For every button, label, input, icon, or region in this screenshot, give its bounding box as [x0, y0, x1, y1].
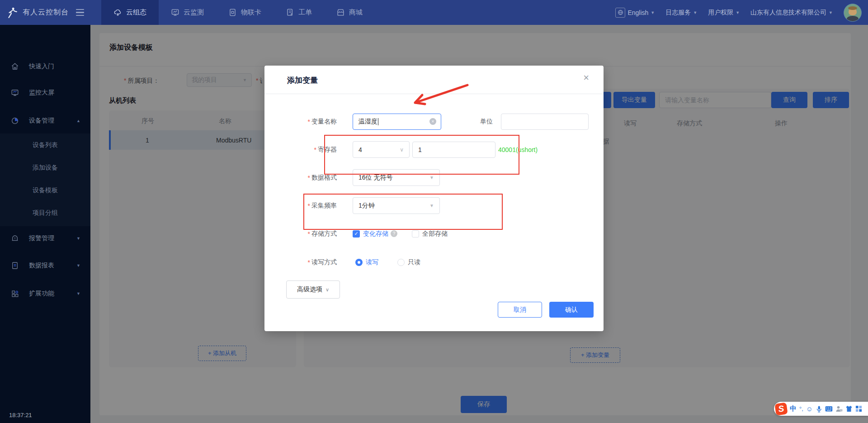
sidebar-item-extensions[interactable]: 扩展功能 ▼ — [0, 284, 90, 304]
tab-mall[interactable]: 商城 — [324, 0, 375, 25]
device-management-submenu: 设备列表 添加设备 设备模板 项目分组 — [0, 133, 90, 226]
tab-label: 工单 — [298, 8, 312, 17]
chevron-down-icon: ▼ — [693, 10, 697, 15]
pie-chart-icon — [11, 117, 19, 125]
sidebar: 快速入门 监控大屏 设备管理 ▲ 设备列表 添加设备 设备模板 项目分组 报警管… — [0, 25, 90, 423]
sidebar-item-project-group[interactable]: 项目分组 — [0, 204, 90, 222]
report-icon — [11, 261, 19, 270]
tab-label: 商城 — [349, 8, 363, 17]
keyboard-icon[interactable] — [825, 406, 833, 412]
all-storage-option-label[interactable]: 全部存储 — [422, 230, 448, 238]
data-format-label: *数据格式 — [264, 174, 337, 182]
tab-work-order[interactable]: 工单 — [274, 0, 324, 25]
chevron-down-icon: ▼ — [76, 291, 80, 296]
confirm-button[interactable]: 确认 — [549, 302, 594, 318]
tab-label: 云监测 — [184, 8, 204, 17]
unit-label: 单位 — [477, 118, 493, 126]
input-method-toolbar: S 中 °, ☺ — [774, 402, 868, 416]
dialog-title: 添加变量 — [287, 75, 318, 86]
log-service-menu[interactable]: 日志服务 ▼ — [665, 9, 697, 17]
variable-name-label: *变量名称 — [264, 118, 337, 126]
sidebar-item-data-report[interactable]: 数据报表 ▼ — [0, 256, 90, 276]
read-only-radio[interactable] — [397, 259, 405, 266]
grid-icon — [11, 290, 19, 298]
close-icon[interactable]: × — [583, 72, 589, 84]
sidebar-item-alarm-management[interactable]: 报警管理 ▼ — [0, 228, 90, 248]
chevron-down-icon: ▼ — [429, 175, 434, 180]
emoji-icon[interactable]: ☺ — [806, 405, 813, 413]
chinese-mode-icon[interactable]: 中 — [790, 404, 797, 413]
alarm-icon — [11, 234, 19, 242]
navbar-right: English ▼ 日志服务 ▼ 用户权限 ▼ 山东有人信息技术有限公司 ▼ — [615, 0, 862, 25]
annotation-arrow — [406, 72, 478, 113]
chevron-down-icon: ▼ — [736, 10, 740, 15]
read-only-option-label[interactable]: 只读 — [408, 258, 420, 266]
sogou-logo-icon[interactable]: S — [774, 402, 788, 415]
app-root: 添加设备模板 *所属项目： 我的项目 ▼ *设 从机列表 序号 名称 1 Mod… — [0, 0, 868, 423]
user-settings-icon[interactable] — [835, 405, 843, 412]
clock-time: 18:37:21 — [9, 412, 32, 418]
variable-name-input[interactable]: 温湿度 × — [353, 114, 441, 130]
microphone-icon[interactable] — [816, 405, 822, 413]
brand[interactable]: 有人云控制台 — [0, 0, 96, 25]
menu-toggle-icon[interactable] — [76, 9, 84, 16]
tab-label: 物联卡 — [241, 8, 261, 17]
rw-mode-label: *读写方式 — [264, 258, 337, 266]
all-storage-checkbox[interactable] — [412, 230, 419, 238]
sidebar-item-device-management[interactable]: 设备管理 ▲ — [0, 111, 90, 131]
globe-icon — [615, 8, 625, 18]
read-write-option-label[interactable]: 读写 — [366, 258, 378, 266]
clear-input-icon[interactable]: × — [429, 118, 436, 125]
sidebar-item-quickstart[interactable]: 快速入门 — [0, 57, 90, 76]
tab-label: 云组态 — [126, 8, 146, 17]
sim-card-icon — [228, 8, 237, 17]
chevron-down-icon: ▼ — [76, 236, 80, 241]
work-order-icon — [286, 8, 294, 17]
cancel-button[interactable]: 取消 — [498, 302, 542, 318]
brand-title: 有人云控制台 — [23, 8, 69, 17]
tab-cloud-scada[interactable]: 云组态 — [101, 0, 159, 25]
user-avatar[interactable] — [844, 4, 862, 22]
punctuation-icon[interactable]: °, — [799, 405, 803, 412]
sidebar-item-bigscreen[interactable]: 监控大屏 — [0, 83, 90, 103]
text-caret — [378, 118, 378, 125]
chevron-down-icon: ▼ — [651, 10, 655, 15]
read-write-radio[interactable] — [355, 259, 363, 266]
chevron-down-icon: ▼ — [829, 10, 833, 15]
advanced-options-button[interactable]: 高级选项 ∨ — [286, 280, 340, 299]
help-icon[interactable]: ? — [391, 230, 397, 237]
tab-cloud-monitor[interactable]: 云监测 — [159, 0, 216, 25]
screen-icon — [11, 89, 19, 97]
sidebar-item-device-list[interactable]: 设备列表 — [0, 136, 90, 154]
user-permission-menu[interactable]: 用户权限 ▼ — [708, 9, 740, 17]
unit-input[interactable] — [501, 114, 589, 130]
tab-iot-card[interactable]: 物联卡 — [216, 0, 274, 25]
annotation-rect-register — [324, 135, 519, 175]
annotation-rect-frequency — [303, 194, 503, 230]
sidebar-item-device-template[interactable]: 设备模板 — [0, 181, 90, 200]
storage-mode-label: *存储方式 — [264, 230, 337, 238]
chevron-up-icon: ▲ — [76, 119, 80, 123]
nav-tabs: 云组态 云监测 物联卡 — [101, 0, 375, 25]
language-select[interactable]: English ▼ — [615, 8, 655, 18]
toolbox-grid-icon[interactable] — [855, 405, 862, 412]
monitor-chart-icon — [171, 8, 179, 17]
chevron-down-icon: ▼ — [76, 263, 80, 268]
language-label: English — [627, 9, 648, 16]
top-navbar: 有人云控制台 云组态 云监测 — [0, 0, 868, 25]
change-storage-checkbox[interactable]: ✓ — [353, 230, 360, 238]
storefront-icon — [336, 8, 345, 17]
company-menu[interactable]: 山东有人信息技术有限公司 ▼ — [750, 9, 833, 17]
chevron-down-icon: ∨ — [326, 287, 329, 293]
sidebar-item-add-device[interactable]: 添加设备 — [0, 159, 90, 177]
skin-icon[interactable] — [845, 405, 853, 412]
usr-logo-icon — [6, 7, 18, 19]
home-icon — [11, 62, 19, 71]
change-storage-option-label[interactable]: 变化存储 — [363, 230, 388, 238]
cloud-icon — [113, 8, 122, 17]
